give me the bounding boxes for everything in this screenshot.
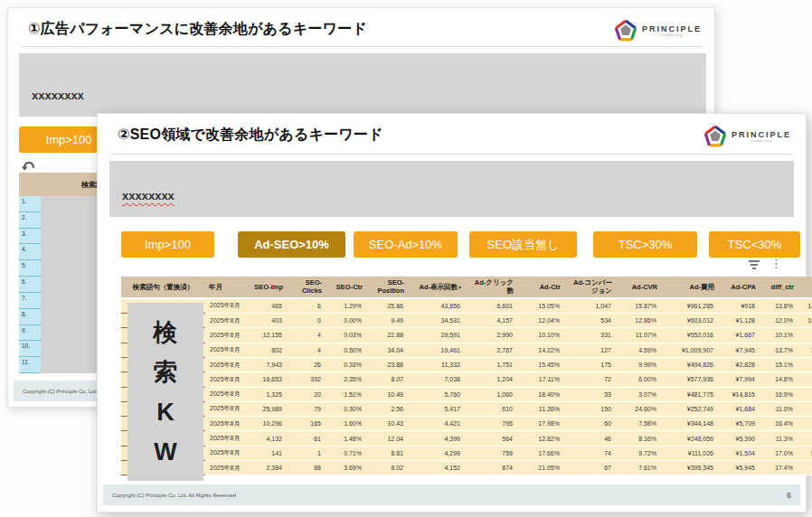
filter-icon[interactable] [749,258,760,269]
column-header: Ad-クリック数 [465,277,517,298]
front-table-header-row: 検索語句（置換済）年月SEO-ImpSEO-ClicksSEO-CtrSEO-P… [121,277,812,298]
data-cell: 10,296 [245,417,287,431]
data-cell: 20 [287,387,326,401]
data-cell: 2,767 [465,343,517,357]
data-cell: ¥7,945 [718,343,760,357]
data-cell: 24.60% [616,401,661,416]
data-cell: ¥7,994 [718,372,760,387]
data-cell: ¥1,504 [718,446,760,460]
table-row: 2025年8月16,6533922.35%8.077,0381,20417.11… [121,372,812,387]
data-cell: 12.04% [517,314,564,328]
row-number-cell: 10. [19,341,41,357]
data-cell: 9% [798,417,812,431]
table-row: 2025年8月14110.71%8.814,29975917.66%749.72… [121,446,812,460]
data-cell: 2025年8月 [205,401,245,416]
data-cell: 2025年8月 [205,387,245,401]
row-number-cell: 2. [19,212,41,229]
data-cell: 4,399 [408,431,465,446]
pentagon-logo-icon [703,125,727,148]
data-cell: 60 [564,417,616,431]
data-cell: 7,038 [408,372,465,387]
data-cell: 759 [465,446,517,460]
data-cell: 6 [287,298,326,314]
column-header: SEO-Ctr [326,277,366,298]
column-header: Ad-表示回数▾ [408,277,465,298]
data-cell: ¥5,945 [718,461,760,475]
row-number-cell: 8. [19,309,41,325]
filter-button[interactable]: TSC>30% [593,231,697,258]
data-cell: 33 [564,387,616,401]
data-cell: 874 [465,461,517,475]
column-header: SEO-Clicks [287,277,326,298]
data-cell: 14.8% [760,372,798,387]
data-cell: 392 [287,372,326,387]
data-cell: 74 [564,446,616,460]
data-cell: 17.4% [760,461,798,475]
data-cell: 1 [287,446,326,460]
sort-arrow-icon: ▾ [458,285,461,290]
data-cell: 141 [245,446,287,460]
data-cell: ¥577,936 [661,372,718,387]
data-cell: 15.1% [760,357,798,371]
data-cell: 9.99% [616,357,661,371]
data-cell: 23.88 [366,357,408,371]
data-cell: 3.69% [326,461,366,475]
data-cell: 7,943 [245,357,287,371]
data-cell: 4 [287,328,326,343]
data-cell: 534 [564,314,616,328]
slide-2-seo-keywords: ②SEO領域で改善余地があるキーワード PRINCIPLE Company xx… [97,113,807,512]
data-cell: 4,157 [465,314,517,328]
data-cell: 564 [465,431,517,446]
filter-button[interactable]: SEO該当無し [469,231,577,258]
data-cell: 21.05% [517,461,564,475]
data-cell: 2025年8月 [205,343,245,357]
data-cell: 16.9% [760,387,798,401]
slide-2-footer: Copyright (C) Principle Co, Ltd. All Rig… [103,484,800,505]
slide-2-title: ②SEO領域で改善余地があるキーワード [118,126,383,145]
data-cell: 17.66% [517,446,564,460]
data-cell: 26 [287,357,326,371]
data-cell: 12.0% [760,314,798,328]
data-cell: 79 [287,401,326,416]
data-cell: 0.03% [326,328,366,343]
column-header: Ad-費用 [661,277,718,298]
copyright-text: Copyright (C) Principle Co, Ltd. All Rig… [112,493,236,498]
front-kw-overlay: 検索KW [127,303,203,481]
data-cell: 18.40% [517,387,564,401]
column-header: Ad-CPA [718,277,760,298]
content-placeholder-box: xxxxxxxx [109,161,794,217]
content-placeholder-box: xxxxxxxx [19,53,706,117]
data-cell: 9.49 [366,314,408,328]
more-options-icon[interactable]: ⋮ [770,259,782,268]
data-cell: 22.88 [366,328,408,343]
data-cell: 1.60% [326,417,366,431]
data-cell: 8.81 [366,446,408,460]
data-cell: 25.86 [366,298,408,314]
filter-button[interactable]: Ad-SEO>10% [238,231,345,258]
data-cell: 4,152 [408,461,465,475]
table-row: 2025年8月2,384883.69%8.024,15287421.05%677… [121,461,812,475]
data-cell: 3.07% [616,387,661,401]
table-row: 2025年8月46561.29%25.8643,8566,60115.05%1,… [121,298,812,314]
filter-button[interactable]: SEO-Ad>10% [354,231,458,258]
front-table-body: 2025年8月46561.29%25.8643,8566,60115.05%1,… [121,298,812,475]
data-cell: 1.48% [326,431,366,446]
data-cell: 1032% [798,314,812,328]
row-number-cell: 5. [19,260,41,277]
data-cell: 46 [564,431,616,446]
data-cell: 72 [564,372,616,387]
title-divider [110,154,793,155]
data-cell: 3% [798,401,812,416]
data-cell: ¥481,775 [661,387,718,401]
filter-button[interactable]: Imp>100 [121,231,214,258]
data-cell: 7.58% [616,417,661,431]
data-cell: 10.43 [366,417,408,431]
data-cell: 1.29% [326,298,366,314]
kw-label: 検索KW [154,313,178,472]
filter-button[interactable]: TSC<30% [709,231,800,258]
data-cell: 12,155 [245,328,287,343]
principle-logo: PRINCIPLE Company [614,19,702,42]
data-cell: 17.98% [517,417,564,431]
data-cell: 1,060 [465,387,517,401]
data-cell: 25% [798,328,812,343]
